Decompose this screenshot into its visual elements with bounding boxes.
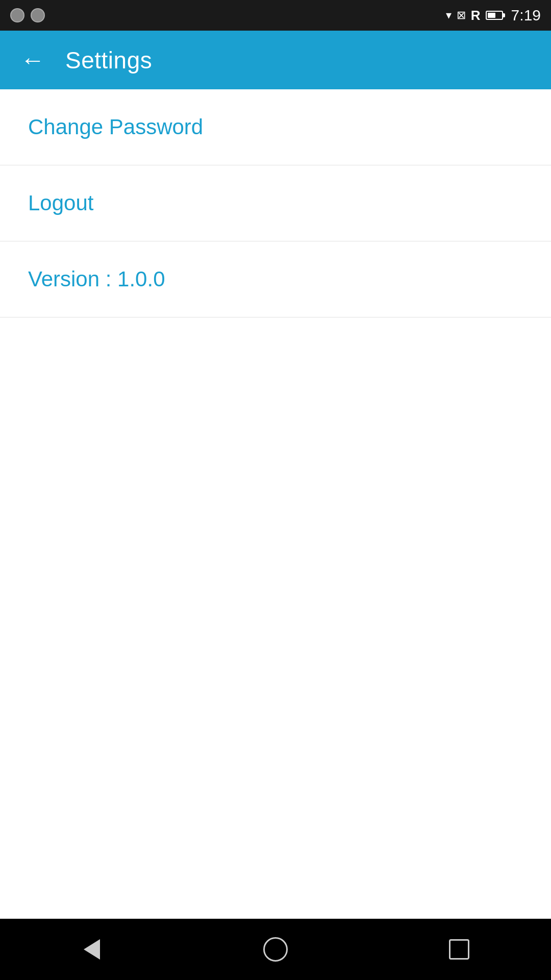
nav-back-icon: [84, 939, 100, 960]
status-bar-right: ▾ ⊠ R 7:19: [446, 7, 541, 24]
nav-bar: [0, 919, 551, 980]
app-bar: ← Settings: [0, 31, 551, 89]
version-item: Version : 1.0.0: [0, 241, 551, 317]
wifi-icon: ▾: [446, 9, 452, 22]
change-password-item[interactable]: Change Password: [0, 89, 551, 165]
nav-back-button[interactable]: [71, 934, 112, 965]
signal-icon: ⊠: [457, 9, 466, 22]
status-bar: ▾ ⊠ R 7:19: [0, 0, 551, 31]
indicator-circle-1: [10, 8, 24, 22]
change-password-label: Change Password: [28, 115, 203, 139]
back-icon: ←: [20, 46, 45, 74]
nav-home-icon: [263, 937, 288, 962]
version-label: Version : 1.0.0: [28, 267, 165, 291]
logout-item[interactable]: Logout: [0, 165, 551, 241]
status-icons: ▾ ⊠ R: [446, 8, 503, 23]
nav-recent-icon: [449, 939, 469, 960]
status-bar-left: [10, 8, 45, 22]
back-button[interactable]: ←: [15, 41, 50, 79]
settings-content: Change Password Logout Version : 1.0.0: [0, 89, 551, 919]
r-badge: R: [471, 8, 481, 23]
logout-label: Logout: [28, 191, 93, 215]
nav-home-button[interactable]: [255, 934, 296, 965]
status-time: 7:19: [511, 7, 541, 24]
indicator-circle-2: [31, 8, 45, 22]
battery-icon: [486, 11, 503, 20]
nav-recent-button[interactable]: [439, 934, 480, 965]
battery-fill: [488, 13, 496, 18]
app-bar-title: Settings: [65, 46, 152, 74]
